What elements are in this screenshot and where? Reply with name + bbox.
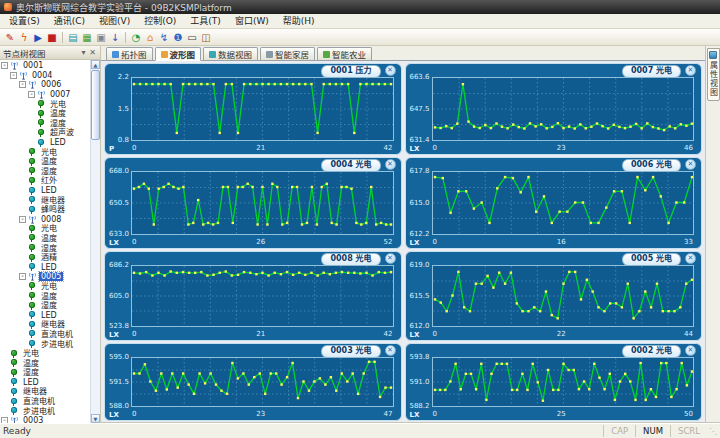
- exit-door-icon[interactable]: ◫: [199, 30, 213, 45]
- tree-item[interactable]: 光电: [0, 99, 91, 109]
- plug-icon[interactable]: ↯: [157, 30, 171, 45]
- menu-item[interactable]: 工具(T): [183, 15, 228, 28]
- home-icon[interactable]: ⌂: [143, 30, 157, 45]
- property-view-side-tab[interactable]: 属性视图: [707, 48, 720, 101]
- tree-item[interactable]: 温度: [0, 291, 91, 301]
- chart-close-button[interactable]: ✕: [685, 65, 696, 76]
- chart-close-button[interactable]: ✕: [385, 345, 396, 356]
- scroll-down-arrow-icon[interactable]: ▼: [91, 414, 100, 423]
- sensor-pin-icon: [29, 244, 35, 250]
- clock-icon[interactable]: ◔: [129, 30, 143, 45]
- axis-unit-label: LX: [109, 331, 119, 339]
- tree-item[interactable]: 光电: [0, 224, 91, 234]
- tree-item[interactable]: 超声波: [0, 128, 91, 138]
- tree-item[interactable]: 红外: [0, 176, 91, 186]
- menu-item[interactable]: 帮助(H): [276, 15, 322, 28]
- tab-smart-home[interactable]: 智能家居: [260, 47, 315, 60]
- chart-close-button[interactable]: ✕: [685, 345, 696, 356]
- tree-item[interactable]: - 0004: [0, 71, 91, 81]
- tree-item[interactable]: - 0001: [0, 61, 91, 71]
- tree-item[interactable]: 温度: [0, 157, 91, 167]
- menu-item[interactable]: 通讯(C): [47, 15, 92, 28]
- download-arrow-icon[interactable]: ↓: [108, 30, 122, 45]
- y-axis-tick-mid: 1.5: [106, 105, 129, 113]
- sensor-pin-icon: [29, 158, 35, 164]
- chart-plot: [432, 357, 695, 407]
- scrollbar-thumb[interactable]: [91, 70, 100, 140]
- tree-item[interactable]: 湿度: [0, 119, 91, 129]
- tree-item[interactable]: 光电: [0, 349, 91, 359]
- window-layout-icon[interactable]: ▣: [94, 30, 108, 45]
- y-axis-tick-top: 668.0: [106, 167, 129, 175]
- tree-item[interactable]: 光电: [0, 282, 91, 292]
- tree-item[interactable]: LED: [0, 378, 91, 388]
- tree-expander[interactable]: -: [19, 216, 26, 223]
- tree-item[interactable]: 温度: [0, 109, 91, 119]
- tab-smart-agriculture[interactable]: 智能农业: [317, 47, 372, 60]
- lightning-icon[interactable]: ϟ: [17, 30, 31, 45]
- tree-item[interactable]: LED: [0, 310, 91, 320]
- menu-item[interactable]: 视图(V): [92, 15, 137, 28]
- tree-item-selected[interactable]: - 0005: [0, 272, 91, 282]
- menu-item[interactable]: 控制(O): [137, 15, 183, 28]
- tab-waveform[interactable]: 波形图: [155, 47, 202, 61]
- tree-item-icon: [28, 244, 37, 252]
- tree-item[interactable]: 继电器: [0, 320, 91, 330]
- tree-scrollbar[interactable]: ▲ ▼: [90, 60, 100, 423]
- pin-icon[interactable]: ▾: [79, 47, 88, 58]
- tree-item[interactable]: 继电器: [0, 195, 91, 205]
- chart-close-button[interactable]: ✕: [685, 253, 696, 264]
- tree-item[interactable]: 温度: [0, 234, 91, 244]
- x-axis-tick-mid: 21: [256, 330, 265, 338]
- view-tab-bar: 拓扑图 波形图 数据视图 智能家居 智能农业: [101, 46, 705, 61]
- chart-close-button[interactable]: ✕: [385, 65, 396, 76]
- tree-item[interactable]: - 0003: [0, 416, 91, 423]
- edit-pencil-icon[interactable]: ✎: [3, 30, 17, 45]
- tree-item[interactable]: - 0008: [0, 215, 91, 225]
- tree-expander[interactable]: -: [1, 62, 8, 69]
- stop-icon[interactable]: ■: [45, 30, 59, 45]
- tree-item[interactable]: 直流电机: [0, 397, 91, 407]
- chart-icon[interactable]: ▤: [66, 30, 80, 45]
- sensor-pin-icon: [29, 225, 35, 231]
- menu-item[interactable]: 设置(S): [2, 15, 47, 28]
- tree-item[interactable]: - 0006: [0, 80, 91, 90]
- chart-close-button[interactable]: ✕: [385, 159, 396, 170]
- tree-item[interactable]: 湿度: [0, 243, 91, 253]
- resize-grip-icon[interactable]: ⋱: [707, 427, 717, 436]
- tree-item-label: 光电: [21, 349, 41, 358]
- tree-expander[interactable]: -: [28, 91, 35, 98]
- tree-item[interactable]: 温度: [0, 358, 91, 368]
- close-icon[interactable]: ✕: [88, 47, 97, 58]
- chart-panel: 0007 光电 ✕ 663.6 647.5 631.4 LX 0 23 46: [405, 63, 703, 155]
- tree-expander[interactable]: -: [1, 417, 8, 423]
- tree-item[interactable]: - 0007: [0, 90, 91, 100]
- chart-close-button[interactable]: ✕: [385, 253, 396, 264]
- tree-item[interactable]: 酒精: [0, 253, 91, 263]
- tree-item[interactable]: LED: [0, 186, 91, 196]
- tab-dataview[interactable]: 数据视图: [203, 47, 258, 60]
- chart-close-button[interactable]: ✕: [685, 159, 696, 170]
- tree-item[interactable]: LED: [0, 262, 91, 272]
- scroll-up-arrow-icon[interactable]: ▲: [91, 60, 100, 69]
- image-icon[interactable]: ▦: [80, 30, 94, 45]
- tree-expander[interactable]: -: [19, 273, 26, 280]
- tree-item[interactable]: 光电: [0, 147, 91, 157]
- info-icon[interactable]: ❶: [171, 30, 185, 45]
- menu-item[interactable]: 窗口(W): [228, 15, 276, 28]
- play-icon[interactable]: ▶: [31, 30, 45, 45]
- tree-expander[interactable]: -: [10, 72, 17, 79]
- tree-item[interactable]: 湿度: [0, 368, 91, 378]
- tree-item[interactable]: 湿度: [0, 301, 91, 311]
- tree-item[interactable]: 蜂鸣器: [0, 205, 91, 215]
- tree-item[interactable]: 步进电机: [0, 406, 91, 416]
- tree-item[interactable]: 继电器: [0, 387, 91, 397]
- tree-expander[interactable]: -: [19, 81, 26, 88]
- tree-item[interactable]: LED: [0, 138, 91, 148]
- tab-label: 智能家居: [275, 48, 309, 60]
- tab-topology[interactable]: 拓扑图: [106, 47, 153, 60]
- tree-item[interactable]: 步进电机: [0, 339, 91, 349]
- tree-item[interactable]: 直流电机: [0, 330, 91, 340]
- keyboard-icon[interactable]: ▭: [185, 30, 199, 45]
- tree-item[interactable]: 湿度: [0, 167, 91, 177]
